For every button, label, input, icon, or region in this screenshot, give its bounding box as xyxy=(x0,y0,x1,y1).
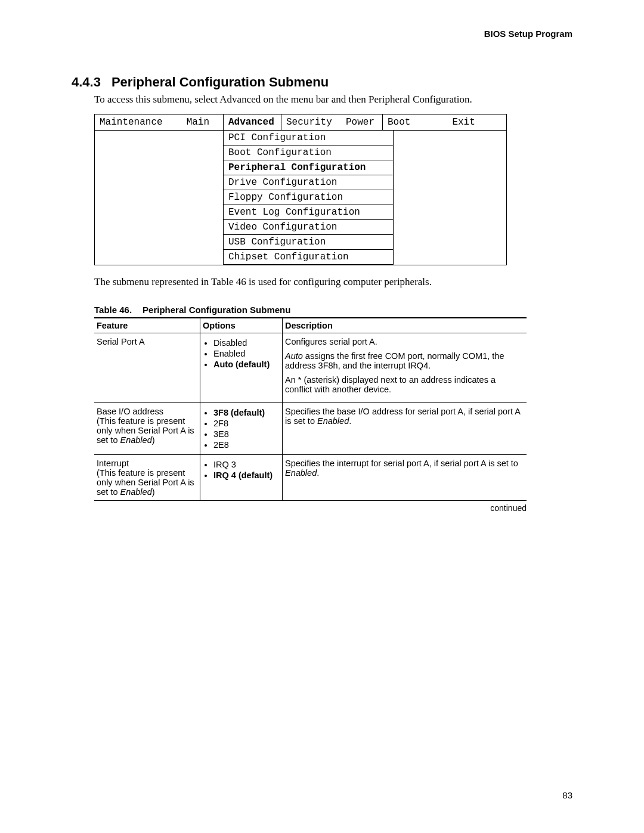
section-title-text: Peripheral Configuration Submenu xyxy=(112,75,329,89)
submenu-item: Chipset Configuration xyxy=(223,250,394,265)
menu-item-security: Security xyxy=(281,114,341,131)
table-number: Table 46. xyxy=(94,305,132,315)
menu-item-advanced: Advanced xyxy=(223,114,281,131)
bios-menu-bar: MaintenanceMain Advanced Security Power … xyxy=(95,114,506,131)
running-header: BIOS Setup Program xyxy=(72,29,572,39)
submenu-row: USB Configuration xyxy=(95,235,506,250)
menu-item-exit: Exit xyxy=(452,117,475,128)
submenu-row: Video Configuration xyxy=(95,220,506,235)
submenu-row: Drive Configuration xyxy=(95,175,506,190)
submenu-row: Boot Configuration xyxy=(95,145,506,160)
menu-item-main: Main xyxy=(187,117,209,128)
table-continued: continued xyxy=(94,503,527,513)
submenu-item: USB Configuration xyxy=(223,235,394,250)
submenu-row: Chipset Configuration xyxy=(95,250,506,265)
submenu-item: Floppy Configuration xyxy=(223,190,394,205)
submenu-row: PCI Configuration xyxy=(95,131,506,145)
table-row: Serial Port ADisabledEnabledAuto (defaul… xyxy=(94,333,527,403)
menu-item-maintenance: Maintenance xyxy=(100,117,163,128)
table-row: Base I/O address(This feature is present… xyxy=(94,403,527,455)
submenu-item: Event Log Configuration xyxy=(223,205,394,220)
section-intro: To access this submenu, select Advanced … xyxy=(94,94,572,106)
table-row: Interrupt(This feature is present only w… xyxy=(94,455,527,501)
table-caption: Table 46.Peripheral Configuration Submen… xyxy=(94,305,572,315)
submenu-item: Video Configuration xyxy=(223,220,394,235)
menu-item-boot: Boot xyxy=(388,117,410,128)
table-title: Peripheral Configuration Submenu xyxy=(143,305,290,315)
cell-description: Specifies the base I/O address for seria… xyxy=(283,403,527,455)
section-number: 4.4.3 xyxy=(72,75,101,90)
post-diagram-text: The submenu represented in Table 46 is u… xyxy=(94,276,572,288)
menu-item-power: Power xyxy=(341,114,383,131)
cell-feature: Interrupt(This feature is present only w… xyxy=(94,455,200,501)
cell-feature: Base I/O address(This feature is present… xyxy=(94,403,200,455)
cell-options: 3F8 (default)2F83E82E8 xyxy=(200,403,283,455)
submenu-item: PCI Configuration xyxy=(223,131,394,145)
col-description: Description xyxy=(283,318,527,333)
submenu-item: Peripheral Configuration xyxy=(223,160,394,175)
cell-feature: Serial Port A xyxy=(94,333,200,403)
cell-description: Configures serial port A.Auto assigns th… xyxy=(283,333,527,403)
cell-description: Specifies the interrupt for serial port … xyxy=(283,455,527,501)
peripheral-config-table: Feature Options Description Serial Port … xyxy=(94,317,527,501)
table-header-row: Feature Options Description xyxy=(94,318,527,333)
cell-options: DisabledEnabledAuto (default) xyxy=(200,333,283,403)
submenu-row: Peripheral Configuration xyxy=(95,160,506,175)
submenu-item: Drive Configuration xyxy=(223,175,394,190)
col-options: Options xyxy=(200,318,283,333)
page-number: 83 xyxy=(562,790,572,800)
submenu-item: Boot Configuration xyxy=(223,145,394,160)
col-feature: Feature xyxy=(94,318,200,333)
bios-submenu-list: PCI ConfigurationBoot ConfigurationPerip… xyxy=(95,131,506,265)
submenu-row: Floppy Configuration xyxy=(95,190,506,205)
cell-options: IRQ 3IRQ 4 (default) xyxy=(200,455,283,501)
section-heading: 4.4.3Peripheral Configuration Submenu xyxy=(72,75,572,90)
submenu-row: Event Log Configuration xyxy=(95,205,506,220)
bios-menu-diagram: MaintenanceMain Advanced Security Power … xyxy=(94,114,507,265)
